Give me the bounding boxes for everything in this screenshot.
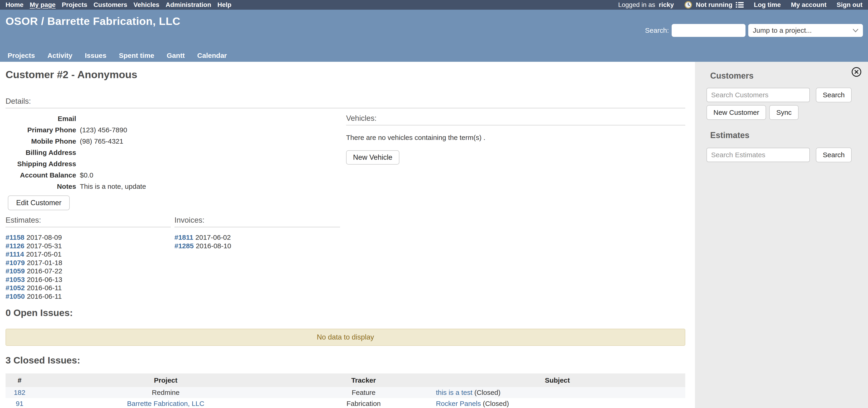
customers-search-row: Search: [707, 88, 851, 102]
estimate-link[interactable]: #1053: [5, 276, 25, 283]
issue-status-suffix: (Closed): [481, 400, 509, 407]
new-vehicle-button[interactable]: New Vehicle: [346, 150, 399, 165]
estimates-heading: Estimates:: [5, 216, 171, 227]
table-header-row: # Project Tracker Subject: [5, 373, 685, 387]
issue-id-link[interactable]: 91: [16, 400, 23, 407]
close-sidebar-button[interactable]: [851, 66, 862, 77]
estimate-date: 2016-07-22: [27, 267, 62, 275]
search-input[interactable]: [672, 24, 745, 37]
tab-activity[interactable]: Activity: [47, 52, 72, 60]
invoice-date: 2017-06-02: [195, 234, 231, 241]
logged-in-as: Logged in as ricky: [618, 1, 674, 8]
detail-label: Shipping Address: [5, 160, 76, 168]
search-label: Search:: [645, 27, 669, 34]
list-item: #10592016-07-22: [5, 267, 171, 275]
details-heading: Details:: [5, 97, 685, 108]
estimate-date: 2016-06-11: [27, 293, 62, 300]
tab-spent-time[interactable]: Spent time: [119, 52, 154, 60]
estimate-link[interactable]: #1050: [5, 293, 25, 300]
list-item: #11142017-05-01: [5, 250, 171, 259]
column-header-id: #: [5, 373, 34, 387]
estimates-search-row: Search: [707, 147, 851, 162]
timer-list-icon[interactable]: [736, 2, 744, 8]
top-link-help[interactable]: Help: [217, 1, 231, 8]
username-link[interactable]: ricky: [659, 1, 674, 8]
close-icon: [851, 66, 862, 77]
detail-label: Billing Address: [5, 149, 76, 157]
invoice-link[interactable]: #1811: [175, 234, 193, 241]
no-data-banner: No data to display: [5, 329, 685, 346]
timer-status-text: Not running: [696, 1, 733, 8]
search-estimates-button[interactable]: Search: [816, 147, 851, 162]
sidebar-estimates-heading: Estimates: [710, 131, 749, 140]
top-link-vehicles[interactable]: Vehicles: [133, 1, 159, 8]
top-link-projects[interactable]: Projects: [62, 1, 88, 8]
top-link-customers[interactable]: Customers: [93, 1, 127, 8]
tab-issues[interactable]: Issues: [85, 52, 106, 60]
top-link-administration[interactable]: Administration: [166, 1, 211, 8]
top-link-home[interactable]: Home: [5, 1, 24, 8]
estimate-date: 2016-06-13: [27, 276, 62, 283]
estimate-link[interactable]: #1052: [5, 284, 25, 292]
project-link[interactable]: Barrette Fabrication, LLC: [127, 400, 205, 407]
top-link-my-page[interactable]: My page: [30, 1, 56, 8]
customer-details: Email Primary Phone (123) 456-7890 Mobil…: [5, 113, 329, 192]
top-right-menu: Logged in as ricky Not running: [618, 1, 863, 9]
page-header-title: OSOR / Barrette Fabrication, LLC: [5, 15, 180, 27]
my-account-link[interactable]: My account: [791, 1, 827, 8]
invoice-link[interactable]: #1285: [175, 242, 193, 250]
estimate-link[interactable]: #1126: [5, 242, 25, 250]
quick-search-area: Search: Jump to a project...: [645, 24, 863, 37]
issue-subject-link[interactable]: this is a test: [436, 388, 472, 396]
estimate-link[interactable]: #1114: [5, 250, 24, 258]
timer-widget: Not running: [684, 1, 744, 9]
search-customers-input[interactable]: [707, 88, 810, 102]
detail-value: (98) 765-4321: [76, 137, 123, 145]
issue-subject-link[interactable]: Rocker Panels: [436, 400, 481, 407]
issue-id-link[interactable]: 182: [14, 388, 25, 396]
new-customer-button[interactable]: New Customer: [707, 105, 766, 120]
estimate-link[interactable]: #1158: [5, 234, 25, 241]
search-customers-button[interactable]: Search: [816, 88, 851, 102]
tab-gantt[interactable]: Gantt: [167, 52, 185, 60]
open-issues-heading: 0 Open Issues:: [5, 307, 73, 318]
chevron-down-icon: [852, 28, 859, 33]
detail-row-notes: Notes This is a note, update: [5, 181, 329, 192]
estimate-date: 2017-05-01: [26, 250, 61, 258]
detail-value: This is a note, update: [76, 182, 146, 191]
sign-out-link[interactable]: Sign out: [837, 1, 863, 8]
sync-button[interactable]: Sync: [769, 105, 799, 120]
invoices-section: Invoices: #18112017-06-02 #12852016-08-1…: [175, 216, 340, 250]
closed-issues-table: # Project Tracker Subject 182 Redmine Fe…: [5, 373, 685, 408]
search-estimates-input[interactable]: [707, 148, 810, 162]
tracker-cell: Fabrication: [346, 400, 381, 407]
jump-to-project-select[interactable]: Jump to a project...: [748, 24, 863, 37]
estimates-section: Estimates: #11582017-08-09 #11262017-05-…: [5, 216, 171, 301]
tab-calendar[interactable]: Calendar: [197, 52, 227, 60]
column-header-project: Project: [34, 373, 298, 387]
project-header: OSOR / Barrette Fabrication, LLC Search:…: [0, 10, 868, 62]
invoice-date: 2016-08-10: [196, 242, 231, 250]
detail-label: Mobile Phone: [5, 137, 76, 145]
jump-select-value: Jump to a project...: [753, 27, 812, 34]
vehicles-empty-message: There are no vehicles containing the ter…: [346, 134, 685, 141]
column-header-tracker: Tracker: [298, 373, 430, 387]
estimate-link[interactable]: #1079: [5, 259, 25, 267]
tab-projects[interactable]: Projects: [8, 52, 35, 60]
list-item: #10522016-06-11: [5, 284, 171, 292]
detail-row-primary-phone: Primary Phone (123) 456-7890: [5, 124, 329, 136]
estimate-date: 2017-05-31: [27, 242, 62, 250]
detail-row-email: Email: [5, 113, 329, 124]
detail-value: $0.0: [76, 171, 93, 179]
table-row: 182 Redmine Feature this is a test (Clos…: [5, 387, 685, 398]
estimate-date: 2016-06-11: [27, 284, 62, 292]
log-time-link[interactable]: Log time: [754, 1, 781, 8]
project-cell: Redmine: [152, 388, 180, 396]
edit-customer-button[interactable]: Edit Customer: [8, 196, 70, 210]
detail-label: Primary Phone: [5, 126, 76, 134]
vehicles-heading: Vehicles:: [346, 114, 685, 126]
page-title: Customer #2 - Anonymous: [5, 69, 137, 81]
issue-status-suffix: (Closed): [472, 388, 501, 396]
estimate-link[interactable]: #1059: [5, 267, 25, 275]
estimate-date: 2017-08-09: [27, 234, 62, 241]
